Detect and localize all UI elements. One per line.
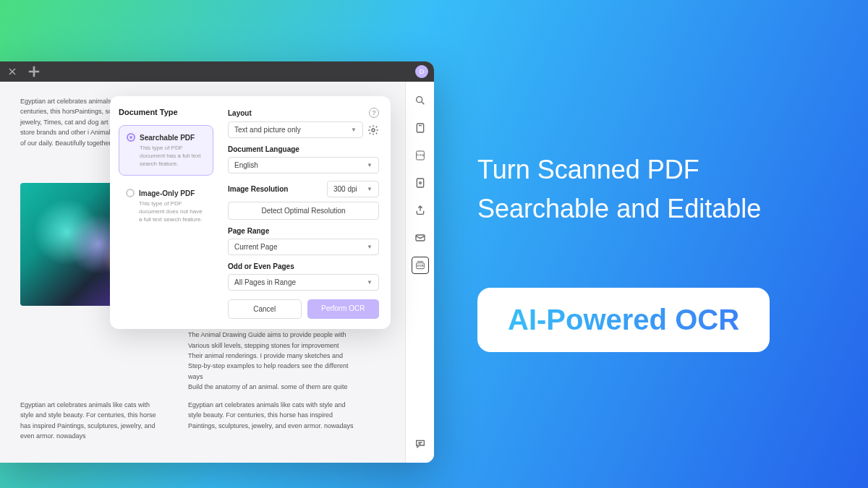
select-value: 300 dpi	[333, 185, 357, 193]
right-sidebar: PDF/A OCR	[405, 82, 434, 463]
new-tab-button[interactable]	[27, 65, 41, 78]
radio-unchecked-icon	[126, 189, 135, 197]
doc-type-image-only[interactable]: Image-Only PDF This type of PDF document…	[119, 181, 213, 231]
gear-icon[interactable]	[367, 124, 379, 136]
odd-even-label: Odd or Even Pages	[228, 262, 294, 270]
cancel-button[interactable]: Cancel	[228, 299, 302, 319]
chevron-down-icon: ▼	[351, 127, 357, 133]
document-text: Egyptian art celebrates animals like cat…	[20, 400, 165, 442]
chevron-down-icon: ▼	[367, 244, 373, 250]
app-window: D Egyptian art celebrates animals beauty…	[0, 61, 434, 463]
close-tab-button[interactable]	[6, 65, 19, 78]
attachment-icon[interactable]	[412, 174, 429, 192]
option-label: Searchable PDF	[140, 134, 195, 142]
headline-line2: Searchable and Editable	[477, 189, 761, 228]
mail-icon[interactable]	[412, 229, 429, 247]
chevron-down-icon: ▼	[367, 162, 373, 168]
doc-type-title: Document Type	[119, 108, 213, 116]
comment-icon[interactable]	[412, 435, 429, 453]
svg-rect-4	[417, 179, 423, 187]
pdfa-icon[interactable]: PDF/A	[412, 147, 429, 164]
option-desc: This type of PDF document does not have …	[126, 200, 206, 223]
svg-text:PDF/A: PDF/A	[417, 154, 425, 157]
dialog-settings-panel: Layout ? Text and picture only ▼ Documen…	[222, 96, 391, 329]
page-range-select[interactable]: Current Page ▼	[228, 239, 379, 255]
dialog-doc-type-panel: Document Type Searchable PDF This type o…	[110, 96, 222, 329]
select-value: Text and picture only	[234, 126, 301, 134]
odd-even-select[interactable]: All Pages in Range ▼	[228, 274, 379, 291]
doc-type-searchable[interactable]: Searchable PDF This type of PDF document…	[119, 125, 213, 176]
headline-line1: Turn Scanned PDF	[477, 150, 761, 189]
svg-text:OCR: OCR	[417, 264, 423, 267]
document-text: Egyptian art celebrates animals like cat…	[188, 400, 354, 431]
headline: Turn Scanned PDF Searchable and Editable	[477, 150, 761, 228]
help-icon[interactable]: ?	[369, 108, 379, 118]
select-value: Current Page	[234, 243, 277, 251]
feature-badge: AI-Powered OCR	[477, 288, 770, 352]
ocr-dialog: Document Type Searchable PDF This type o…	[110, 96, 391, 329]
resolution-label: Image Resolution	[228, 185, 288, 193]
badge-text: AI-Powered OCR	[508, 304, 739, 336]
option-label: Image-Only PDF	[139, 189, 195, 197]
language-label: Document Language	[228, 145, 299, 153]
ocr-icon[interactable]: OCR	[412, 257, 429, 274]
svg-rect-1	[417, 124, 423, 132]
chevron-down-icon: ▼	[367, 186, 373, 192]
detect-resolution-button[interactable]: Detect Optimal Resolution	[228, 202, 379, 220]
titlebar: D	[0, 61, 434, 82]
language-select[interactable]: English ▼	[228, 157, 379, 174]
resolution-select[interactable]: 300 dpi ▼	[327, 181, 379, 197]
share-icon[interactable]	[412, 202, 429, 219]
radio-checked-icon	[127, 133, 135, 142]
avatar[interactable]: D	[415, 65, 428, 78]
search-icon[interactable]	[412, 92, 429, 109]
perform-ocr-button[interactable]: Perform OCR	[307, 299, 380, 319]
select-value: English	[234, 161, 258, 169]
bookmark-icon[interactable]	[412, 119, 429, 137]
svg-point-5	[419, 182, 421, 184]
select-value: All Pages in Range	[234, 278, 296, 286]
svg-point-9	[372, 129, 375, 132]
layout-select[interactable]: Text and picture only ▼	[228, 121, 363, 138]
document-area: Egyptian art celebrates animals beauty. …	[0, 82, 434, 463]
chevron-down-icon: ▼	[367, 279, 373, 286]
option-desc: This type of PDF document has a full tex…	[127, 145, 205, 168]
page-range-label: Page Range	[228, 227, 269, 235]
layout-label: Layout	[228, 109, 252, 117]
svg-point-0	[416, 97, 422, 103]
